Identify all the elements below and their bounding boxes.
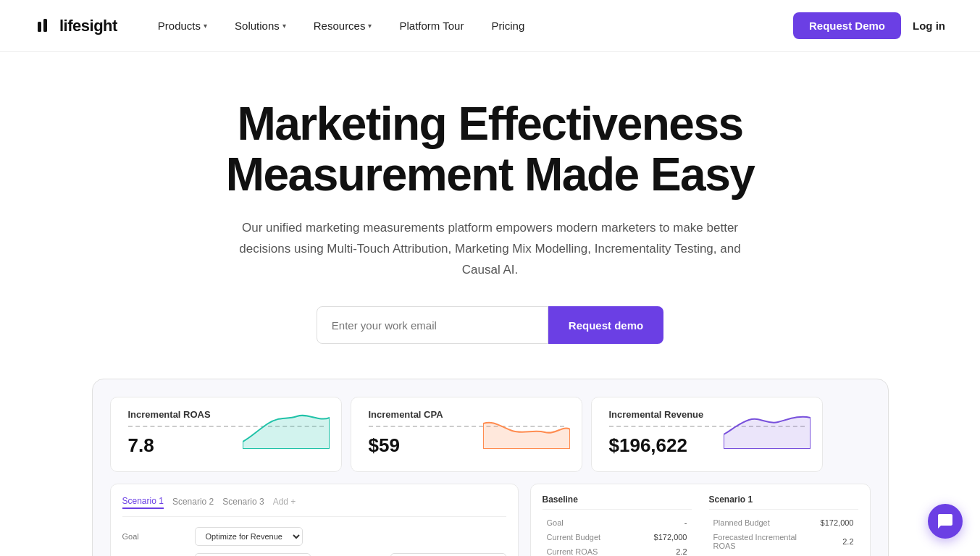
form-input-target-revenue[interactable] xyxy=(390,553,506,556)
scenario-tab-2[interactable]: Scenario 2 xyxy=(172,495,214,508)
nav-actions: Request Demo Log in xyxy=(793,12,945,39)
scenario-tab-add[interactable]: Add + xyxy=(273,497,296,507)
hero-form: Request demo xyxy=(317,306,663,344)
hero-title: Marketing Effectiveness Measurement Made… xyxy=(164,98,816,201)
scenario-tabs: Scenario 1 Scenario 2 Scenario 3 Add + xyxy=(122,494,506,517)
metric-card-roas: Incremental ROAS 7.8 xyxy=(110,397,342,472)
nav-item-platform-tour[interactable]: Platform Tour xyxy=(388,14,475,38)
table-cell-value: $172,000 xyxy=(816,515,858,530)
chevron-down-icon: ▾ xyxy=(204,22,207,30)
table-cell-key: Current ROAS xyxy=(543,544,647,556)
table-cell-value: $172,000 xyxy=(647,530,692,544)
nav-request-demo-button[interactable]: Request Demo xyxy=(793,12,901,39)
table-cell-key: Goal xyxy=(543,515,647,530)
table-row: Forecasted Total Revenue ⓘ $204,023 xyxy=(709,553,858,556)
scenario1-table: Planned Budget $172,000 Forecasted Incre… xyxy=(709,515,858,556)
nav-item-resources[interactable]: Resources ▾ xyxy=(302,14,384,38)
scenario1-header: Scenario 1 xyxy=(709,494,858,510)
baseline-header: Baseline xyxy=(543,494,692,510)
hero-section: Marketing Effectiveness Measurement Made… xyxy=(0,52,980,344)
table-cell-value: - xyxy=(647,515,692,530)
metric-card-cpa: Incremental CPA $59 xyxy=(351,397,582,472)
dashboard-preview: Incremental ROAS 7.8 Incremental CPA $59 xyxy=(0,379,980,556)
baseline-table: Goal - Current Budget $172,000 Current R… xyxy=(543,515,692,556)
logo-icon xyxy=(35,16,55,36)
form-row-goal: Goal Optimize for Revenue xyxy=(122,527,506,546)
chat-icon xyxy=(937,513,954,530)
hero-request-demo-button[interactable]: Request demo xyxy=(548,306,663,344)
scenario-tab-3[interactable]: Scenario 3 xyxy=(222,495,264,508)
nav-item-solutions[interactable]: Solutions ▾ xyxy=(223,14,298,38)
chat-bubble[interactable] xyxy=(928,504,963,539)
table-cell-value: 2.2 xyxy=(816,530,858,553)
dashboard-container: Incremental ROAS 7.8 Incremental CPA $59 xyxy=(92,379,889,556)
form-input-current-revenue[interactable] xyxy=(195,553,311,556)
scenario-section: Scenario 1 Scenario 2 Scenario 3 Add + G… xyxy=(110,484,871,556)
nav-item-pricing[interactable]: Pricing xyxy=(479,14,536,38)
table-cell-key: Current Budget xyxy=(543,530,647,544)
baseline-table-section: Baseline Goal - Current Budget $172,000 xyxy=(543,494,692,556)
table-cell-key: Forecasted Incremental ROAS xyxy=(709,530,816,553)
scenario-right: Baseline Goal - Current Budget $172,000 xyxy=(530,484,871,556)
email-input[interactable] xyxy=(317,306,548,344)
metric-chart-revenue xyxy=(724,409,811,449)
chevron-down-icon: ▾ xyxy=(282,22,286,30)
nav-item-products[interactable]: Products ▾ xyxy=(146,14,219,38)
table-row: Goal - xyxy=(543,515,692,530)
metric-cards: Incremental ROAS 7.8 Incremental CPA $59 xyxy=(110,397,871,472)
table-row: Current Budget $172,000 xyxy=(543,530,692,544)
table-cell-key: Forecasted Total Revenue ⓘ xyxy=(709,553,816,556)
nav-login-button[interactable]: Log in xyxy=(913,20,945,32)
chevron-down-icon: ▾ xyxy=(368,22,372,30)
hero-subtitle: Our unified marketing measurements platf… xyxy=(222,218,758,281)
logo[interactable]: lifesight xyxy=(35,16,117,36)
svg-rect-1 xyxy=(38,22,41,32)
metric-chart-cpa xyxy=(483,409,570,449)
scenario-tab-1[interactable]: Scenario 1 xyxy=(122,494,164,509)
form-select-goal[interactable]: Optimize for Revenue xyxy=(195,527,303,546)
table-row: Forecasted Incremental ROAS 2.2 xyxy=(709,530,858,553)
nav-links: Products ▾ Solutions ▾ Resources ▾ Platf… xyxy=(146,14,793,38)
svg-rect-2 xyxy=(43,19,47,32)
scenario1-table-section: Scenario 1 Planned Budget $172,000 Forec… xyxy=(709,494,858,556)
metric-card-revenue: Incremental Revenue $196,622 xyxy=(591,397,823,472)
table-row: Current ROAS 2.2 xyxy=(543,544,692,556)
scenario-left: Scenario 1 Scenario 2 Scenario 3 Add + G… xyxy=(110,484,519,556)
table-cell-value: $204,023 xyxy=(816,553,858,556)
logo-text: lifesight xyxy=(59,17,117,35)
table-cell-value: 2.2 xyxy=(647,544,692,556)
table-cell-key: Planned Budget xyxy=(709,515,816,530)
form-row-current-revenue: Current Revenue Target Revenue xyxy=(122,553,506,556)
navbar: lifesight Products ▾ Solutions ▾ Resourc… xyxy=(0,0,980,52)
metric-chart-roas xyxy=(243,409,330,449)
form-label-goal: Goal xyxy=(122,532,188,541)
table-row: Planned Budget $172,000 xyxy=(709,515,858,530)
